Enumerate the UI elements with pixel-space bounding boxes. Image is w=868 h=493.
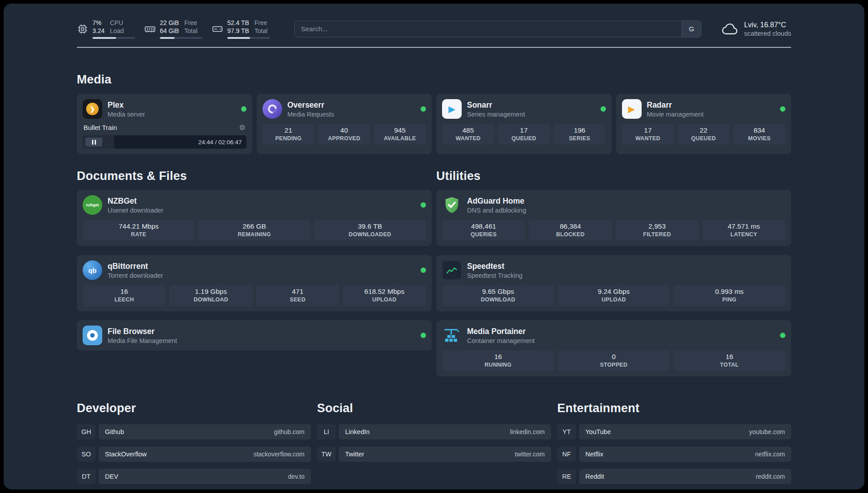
ram-bar xyxy=(160,37,203,39)
speedtest-icon xyxy=(442,260,462,280)
bookmark-youtube[interactable]: YT YouTubeyoutube.com xyxy=(557,424,791,439)
dashboard-frame: 7%3.24 CPULoad 22 GiB64 GiB FreeTotal xyxy=(4,4,864,489)
sonarr-icon: ▶ xyxy=(442,99,462,119)
search-input[interactable] xyxy=(295,21,681,37)
status-indicator xyxy=(780,106,785,112)
stat-tile: 0.993 msPING xyxy=(673,285,785,306)
status-indicator xyxy=(780,333,785,338)
app-card-overseerr[interactable]: Overseerr Media Requests 21PENDING 40APP… xyxy=(257,94,432,154)
app-card-nzbget[interactable]: nzbget NZBGet Usenet downloader 744.21 M… xyxy=(77,190,432,246)
bookmark-dev[interactable]: DT DEVdev.to xyxy=(77,469,311,484)
stat-tile: 196SERIES xyxy=(554,124,606,145)
app-subtitle: Media Requests xyxy=(288,111,334,118)
stat-tile: 22QUEUED xyxy=(677,124,730,145)
app-name: File Browser xyxy=(108,327,177,336)
stat-tile: 17WANTED xyxy=(622,124,674,145)
cpu-label-1: CPU xyxy=(110,19,124,27)
app-name: AdGuard Home xyxy=(467,196,526,206)
stat-tile: 16TOTAL xyxy=(673,350,785,371)
cpu-icon xyxy=(77,23,88,35)
stat-tile: 2,953FILTERED xyxy=(616,220,699,241)
bookmark-linkedin[interactable]: LI LinkedInlinkedin.com xyxy=(317,424,551,439)
weather-location: Lviv, 16.87°C xyxy=(744,21,791,29)
adguard-shield-icon xyxy=(442,195,462,215)
app-subtitle: Speedtest Tracking xyxy=(467,272,522,279)
ram-icon xyxy=(144,23,156,35)
section-title-utilities: Utilities xyxy=(436,169,791,183)
app-card-qbittorrent[interactable]: qb qBittorrent Torrent downloader 16LEEC… xyxy=(77,255,432,311)
cpu-bar xyxy=(92,37,135,39)
stat-tile: 498,461QUERIES xyxy=(442,220,525,241)
gear-icon[interactable]: ⚙ xyxy=(239,123,245,132)
cpu-usage: 7% xyxy=(92,19,104,27)
status-indicator xyxy=(421,333,426,338)
qbittorrent-icon: qb xyxy=(83,260,102,280)
stat-tile: 16RUNNING xyxy=(442,350,554,371)
stat-tile: 834MOVIES xyxy=(733,124,785,145)
playback-progress-bar[interactable]: 24:44 / 02:06:47 xyxy=(83,135,246,149)
app-card-adguard[interactable]: AdGuard Home DNS and adblocking 498,461Q… xyxy=(436,190,791,246)
app-subtitle: DNS and adblocking xyxy=(467,207,526,214)
stat-tile: 0STOPPED xyxy=(558,350,670,371)
cpu-load: 3.24 xyxy=(92,27,104,35)
app-name: Media Portainer xyxy=(467,327,535,336)
disk-widget: 52.4 TB97.9 TB FreeTotal xyxy=(212,19,270,39)
status-indicator xyxy=(421,106,426,112)
app-card-portainer[interactable]: Media Portainer Container management 16R… xyxy=(436,320,791,376)
bookmark-twitter[interactable]: TW Twittertwitter.com xyxy=(317,447,551,462)
app-name: Plex xyxy=(108,100,145,110)
bookmark-stackoverflow[interactable]: SO StackOverflowstackoverflow.com xyxy=(77,447,311,462)
search-provider-button[interactable]: G xyxy=(681,21,701,37)
search-bar: G xyxy=(294,21,701,38)
app-card-speedtest[interactable]: Speedtest Speedtest Tracking 9.65 GbpsDO… xyxy=(436,255,791,311)
section-title-media: Media xyxy=(77,73,791,87)
stat-tile: 618.52 MbpsUPLOAD xyxy=(343,285,426,306)
stat-tile: 21PENDING xyxy=(263,124,315,145)
stat-tile: 39.6 TBDOWNLOADED xyxy=(314,220,426,241)
cpu-label-2: Load xyxy=(110,27,124,35)
app-subtitle: Torrent downloader xyxy=(108,272,163,279)
app-card-plex[interactable]: ❯ Plex Media server Bullet Train ⚙ 24:44… xyxy=(77,94,252,154)
app-subtitle: Movie management xyxy=(647,111,704,118)
pause-button[interactable] xyxy=(85,138,102,146)
stat-tile: 744.21 MbpsRATE xyxy=(83,220,195,241)
portainer-icon xyxy=(442,326,462,345)
bookmark-reddit[interactable]: RE Redditreddit.com xyxy=(557,469,791,484)
app-name: Sonarr xyxy=(467,100,525,110)
disk-icon xyxy=(212,23,223,35)
bookmark-netflix[interactable]: NF Netflixnetflix.com xyxy=(557,447,791,462)
app-subtitle: Media server xyxy=(108,111,145,118)
ram-label-1: Free xyxy=(184,19,198,27)
app-name: NZBGet xyxy=(108,196,163,206)
stat-tile: 16LEECH xyxy=(83,285,166,306)
bookmarks-social: Social LI LinkedInlinkedin.com TW Twitte… xyxy=(317,401,551,484)
bookmark-github[interactable]: GH Githubgithub.com xyxy=(77,424,311,439)
ram-free: 22 GiB xyxy=(160,19,179,27)
overseerr-icon xyxy=(263,99,282,119)
disk-bar xyxy=(227,37,270,39)
documents-column: Documents & Files nzbget NZBGet Usenet d… xyxy=(77,169,432,376)
disk-label-1: Free xyxy=(255,19,268,27)
weather-condition: scattered clouds xyxy=(744,30,791,37)
app-name: Radarr xyxy=(647,100,704,110)
app-card-sonarr[interactable]: ▶ Sonarr Series management 485WANTED 17Q… xyxy=(436,94,612,154)
bookmarks-developer: Developer GH Githubgithub.com SO StackOv… xyxy=(77,401,311,484)
disk-free: 52.4 TB xyxy=(227,19,249,27)
status-indicator xyxy=(241,106,246,112)
stat-tile: 40APPROVED xyxy=(318,124,370,145)
stat-tile: 1.19 GbpsDOWNLOAD xyxy=(169,285,252,306)
app-card-radarr[interactable]: ▶ Radarr Movie management 17WANTED 22QUE… xyxy=(616,94,792,154)
plex-now-playing: Bullet Train ⚙ 24:44 / 02:06:47 xyxy=(83,123,246,149)
disk-label-2: Total xyxy=(255,27,268,35)
cpu-widget: 7%3.24 CPULoad xyxy=(77,19,135,39)
status-indicator xyxy=(421,202,426,208)
app-subtitle: Series management xyxy=(467,111,525,118)
app-name: Speedtest xyxy=(467,262,522,271)
radarr-icon: ▶ xyxy=(622,99,642,119)
app-card-filebrowser[interactable]: File Browser Media File Management xyxy=(77,320,432,351)
nzbget-icon: nzbget xyxy=(83,195,102,215)
section-title-developer: Developer xyxy=(77,401,311,415)
media-cards: ❯ Plex Media server Bullet Train ⚙ 24:44… xyxy=(77,94,791,154)
stat-tile: 9.65 GbpsDOWNLOAD xyxy=(442,285,554,306)
ram-label-2: Total xyxy=(184,27,198,35)
